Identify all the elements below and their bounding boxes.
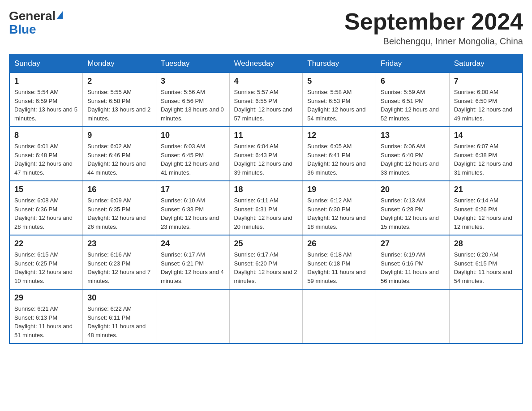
calendar-cell: 8 Sunrise: 6:01 AMSunset: 6:48 PMDayligh… bbox=[9, 127, 83, 181]
calendar-cell: 6 Sunrise: 5:59 AMSunset: 6:51 PMDayligh… bbox=[376, 73, 450, 127]
day-info: Sunrise: 6:11 AMSunset: 6:31 PMDaylight:… bbox=[234, 197, 292, 230]
calendar-cell: 17 Sunrise: 6:10 AMSunset: 6:33 PMDaylig… bbox=[156, 181, 229, 235]
day-number: 8 bbox=[14, 131, 78, 140]
day-number: 9 bbox=[87, 131, 151, 140]
day-info: Sunrise: 6:08 AMSunset: 6:36 PMDaylight:… bbox=[14, 197, 73, 230]
day-info: Sunrise: 6:19 AMSunset: 6:16 PMDaylight:… bbox=[381, 251, 439, 284]
calendar-cell: 11 Sunrise: 6:04 AMSunset: 6:43 PMDaylig… bbox=[229, 127, 303, 181]
calendar-cell: 29 Sunrise: 6:21 AMSunset: 6:13 PMDaylig… bbox=[9, 289, 83, 343]
day-info: Sunrise: 5:54 AMSunset: 6:59 PMDaylight:… bbox=[14, 89, 77, 122]
day-number: 16 bbox=[87, 185, 151, 194]
calendar-cell bbox=[156, 289, 229, 343]
calendar-cell: 27 Sunrise: 6:19 AMSunset: 6:16 PMDaylig… bbox=[376, 235, 450, 289]
calendar-cell bbox=[449, 289, 523, 343]
calendar-cell: 28 Sunrise: 6:20 AMSunset: 6:15 PMDaylig… bbox=[449, 235, 523, 289]
calendar-cell: 5 Sunrise: 5:58 AMSunset: 6:53 PMDayligh… bbox=[303, 73, 376, 127]
day-info: Sunrise: 6:05 AMSunset: 6:41 PMDaylight:… bbox=[307, 143, 365, 176]
calendar-cell: 7 Sunrise: 6:00 AMSunset: 6:50 PMDayligh… bbox=[449, 73, 523, 127]
day-number: 12 bbox=[307, 131, 371, 140]
day-number: 18 bbox=[234, 185, 298, 194]
logo-general-text: General bbox=[9, 9, 56, 23]
calendar-cell: 23 Sunrise: 6:16 AMSunset: 6:23 PMDaylig… bbox=[83, 235, 156, 289]
day-number: 13 bbox=[381, 131, 445, 140]
calendar-cell: 24 Sunrise: 6:17 AMSunset: 6:21 PMDaylig… bbox=[156, 235, 229, 289]
day-number: 28 bbox=[454, 239, 518, 248]
month-title: September 2024 bbox=[344, 9, 523, 34]
day-number: 17 bbox=[161, 185, 225, 194]
calendar-table: SundayMondayTuesdayWednesdayThursdayFrid… bbox=[9, 54, 523, 344]
weekday-header-friday: Friday bbox=[376, 54, 450, 73]
calendar-week-row-1: 1 Sunrise: 5:54 AMSunset: 6:59 PMDayligh… bbox=[9, 73, 523, 127]
day-number: 23 bbox=[87, 239, 151, 248]
day-number: 21 bbox=[454, 185, 518, 194]
day-number: 11 bbox=[234, 131, 298, 140]
day-number: 30 bbox=[87, 293, 151, 303]
day-number: 22 bbox=[14, 239, 78, 248]
day-info: Sunrise: 6:04 AMSunset: 6:43 PMDaylight:… bbox=[234, 143, 292, 176]
day-info: Sunrise: 5:59 AMSunset: 6:51 PMDaylight:… bbox=[381, 89, 439, 122]
day-info: Sunrise: 6:16 AMSunset: 6:23 PMDaylight:… bbox=[87, 251, 150, 284]
calendar-cell bbox=[303, 289, 376, 343]
calendar-cell: 20 Sunrise: 6:13 AMSunset: 6:28 PMDaylig… bbox=[376, 181, 450, 235]
day-info: Sunrise: 6:21 AMSunset: 6:13 PMDaylight:… bbox=[14, 305, 73, 338]
calendar-week-row-4: 22 Sunrise: 6:15 AMSunset: 6:25 PMDaylig… bbox=[9, 235, 523, 289]
day-number: 24 bbox=[161, 239, 225, 248]
calendar-week-row-5: 29 Sunrise: 6:21 AMSunset: 6:13 PMDaylig… bbox=[9, 289, 523, 343]
day-info: Sunrise: 6:17 AMSunset: 6:21 PMDaylight:… bbox=[161, 251, 224, 284]
day-info: Sunrise: 5:55 AMSunset: 6:58 PMDaylight:… bbox=[87, 89, 150, 122]
day-number: 4 bbox=[234, 77, 298, 86]
day-info: Sunrise: 6:18 AMSunset: 6:18 PMDaylight:… bbox=[307, 251, 365, 284]
calendar-cell: 26 Sunrise: 6:18 AMSunset: 6:18 PMDaylig… bbox=[303, 235, 376, 289]
day-info: Sunrise: 6:09 AMSunset: 6:35 PMDaylight:… bbox=[87, 197, 146, 230]
header: General Blue September 2024 Beichengqu, … bbox=[9, 9, 523, 47]
logo-arrow-icon bbox=[56, 11, 63, 19]
weekday-header-tuesday: Tuesday bbox=[156, 54, 229, 73]
calendar-cell: 1 Sunrise: 5:54 AMSunset: 6:59 PMDayligh… bbox=[9, 73, 83, 127]
calendar-cell: 22 Sunrise: 6:15 AMSunset: 6:25 PMDaylig… bbox=[9, 235, 83, 289]
calendar-cell bbox=[229, 289, 303, 343]
location-title: Beichengqu, Inner Mongolia, China bbox=[344, 36, 523, 47]
calendar-cell: 13 Sunrise: 6:06 AMSunset: 6:40 PMDaylig… bbox=[376, 127, 450, 181]
calendar-cell: 14 Sunrise: 6:07 AMSunset: 6:38 PMDaylig… bbox=[449, 127, 523, 181]
day-info: Sunrise: 6:02 AMSunset: 6:46 PMDaylight:… bbox=[87, 143, 146, 176]
day-number: 15 bbox=[14, 185, 78, 194]
day-info: Sunrise: 5:57 AMSunset: 6:55 PMDaylight:… bbox=[234, 89, 292, 122]
calendar-cell: 10 Sunrise: 6:03 AMSunset: 6:45 PMDaylig… bbox=[156, 127, 229, 181]
day-info: Sunrise: 6:13 AMSunset: 6:28 PMDaylight:… bbox=[381, 197, 439, 230]
day-number: 2 bbox=[87, 77, 151, 86]
day-number: 1 bbox=[14, 77, 78, 86]
day-number: 5 bbox=[307, 77, 371, 86]
calendar-cell: 21 Sunrise: 6:14 AMSunset: 6:26 PMDaylig… bbox=[449, 181, 523, 235]
title-area: September 2024 Beichengqu, Inner Mongoli… bbox=[344, 9, 523, 47]
calendar-cell: 15 Sunrise: 6:08 AMSunset: 6:36 PMDaylig… bbox=[9, 181, 83, 235]
day-info: Sunrise: 6:07 AMSunset: 6:38 PMDaylight:… bbox=[454, 143, 512, 176]
day-info: Sunrise: 6:06 AMSunset: 6:40 PMDaylight:… bbox=[381, 143, 439, 176]
day-number: 19 bbox=[307, 185, 371, 194]
day-info: Sunrise: 6:14 AMSunset: 6:26 PMDaylight:… bbox=[454, 197, 512, 230]
day-info: Sunrise: 6:01 AMSunset: 6:48 PMDaylight:… bbox=[14, 143, 73, 176]
day-info: Sunrise: 6:00 AMSunset: 6:50 PMDaylight:… bbox=[454, 89, 512, 122]
day-info: Sunrise: 6:15 AMSunset: 6:25 PMDaylight:… bbox=[14, 251, 73, 284]
day-info: Sunrise: 6:17 AMSunset: 6:20 PMDaylight:… bbox=[234, 251, 297, 284]
day-number: 6 bbox=[381, 77, 445, 86]
weekday-header-row: SundayMondayTuesdayWednesdayThursdayFrid… bbox=[9, 54, 523, 73]
calendar-cell: 9 Sunrise: 6:02 AMSunset: 6:46 PMDayligh… bbox=[83, 127, 156, 181]
calendar-cell: 2 Sunrise: 5:55 AMSunset: 6:58 PMDayligh… bbox=[83, 73, 156, 127]
day-number: 14 bbox=[454, 131, 518, 140]
calendar-week-row-2: 8 Sunrise: 6:01 AMSunset: 6:48 PMDayligh… bbox=[9, 127, 523, 181]
day-number: 3 bbox=[161, 77, 225, 86]
day-info: Sunrise: 6:03 AMSunset: 6:45 PMDaylight:… bbox=[161, 143, 219, 176]
day-info: Sunrise: 5:58 AMSunset: 6:53 PMDaylight:… bbox=[307, 89, 365, 122]
day-number: 7 bbox=[454, 77, 518, 86]
weekday-header-thursday: Thursday bbox=[303, 54, 376, 73]
day-number: 20 bbox=[381, 185, 445, 194]
weekday-header-monday: Monday bbox=[83, 54, 156, 73]
calendar-cell: 12 Sunrise: 6:05 AMSunset: 6:41 PMDaylig… bbox=[303, 127, 376, 181]
weekday-header-wednesday: Wednesday bbox=[229, 54, 303, 73]
calendar-cell: 18 Sunrise: 6:11 AMSunset: 6:31 PMDaylig… bbox=[229, 181, 303, 235]
logo: General Blue bbox=[9, 9, 63, 37]
day-number: 10 bbox=[161, 131, 225, 140]
calendar-cell: 3 Sunrise: 5:56 AMSunset: 6:56 PMDayligh… bbox=[156, 73, 229, 127]
calendar-cell: 25 Sunrise: 6:17 AMSunset: 6:20 PMDaylig… bbox=[229, 235, 303, 289]
day-info: Sunrise: 5:56 AMSunset: 6:56 PMDaylight:… bbox=[161, 89, 224, 122]
